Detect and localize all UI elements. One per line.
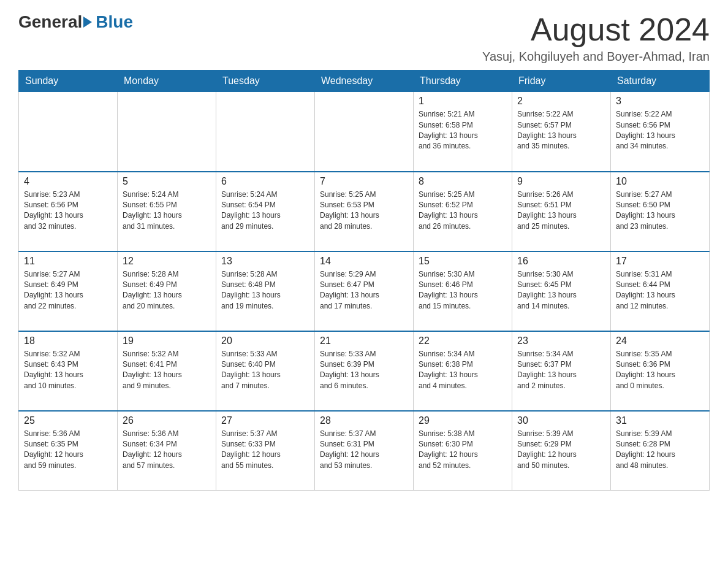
day-number: 29: [419, 415, 507, 426]
page-header: General Blue August 2024 Yasuj, Kohgiluy…: [18, 12, 710, 64]
day-info: Sunrise: 5:22 AM Sunset: 6:56 PM Dayligh…: [616, 109, 704, 152]
calendar-cell: 8Sunrise: 5:25 AM Sunset: 6:52 PM Daylig…: [414, 172, 512, 251]
day-number: 5: [123, 176, 211, 187]
calendar-cell: 6Sunrise: 5:24 AM Sunset: 6:54 PM Daylig…: [216, 172, 315, 251]
calendar-cell: 5Sunrise: 5:24 AM Sunset: 6:55 PM Daylig…: [118, 172, 216, 251]
calendar-week-row: 4Sunrise: 5:23 AM Sunset: 6:56 PM Daylig…: [19, 172, 710, 251]
column-header-tuesday: Tuesday: [216, 71, 315, 92]
day-info: Sunrise: 5:37 AM Sunset: 6:31 PM Dayligh…: [320, 429, 408, 472]
day-info: Sunrise: 5:26 AM Sunset: 6:51 PM Dayligh…: [517, 190, 605, 232]
day-info: Sunrise: 5:32 AM Sunset: 6:43 PM Dayligh…: [24, 349, 112, 392]
day-info: Sunrise: 5:27 AM Sunset: 6:49 PM Dayligh…: [24, 269, 112, 312]
calendar-week-row: 1Sunrise: 5:21 AM Sunset: 6:58 PM Daylig…: [19, 92, 710, 172]
day-info: Sunrise: 5:37 AM Sunset: 6:33 PM Dayligh…: [221, 429, 309, 472]
day-number: 4: [24, 176, 112, 187]
calendar-cell: 28Sunrise: 5:37 AM Sunset: 6:31 PM Dayli…: [315, 411, 414, 491]
day-number: 17: [616, 256, 704, 267]
day-number: 24: [616, 335, 704, 347]
calendar-cell: 29Sunrise: 5:38 AM Sunset: 6:30 PM Dayli…: [414, 411, 512, 491]
calendar-cell: 14Sunrise: 5:29 AM Sunset: 6:47 PM Dayli…: [315, 251, 414, 331]
day-number: 3: [616, 96, 704, 107]
calendar-cell: 15Sunrise: 5:30 AM Sunset: 6:46 PM Dayli…: [414, 251, 512, 331]
logo-arrow-icon: [83, 17, 92, 28]
column-header-friday: Friday: [512, 71, 611, 92]
calendar-table: SundayMondayTuesdayWednesdayThursdayFrid…: [18, 70, 710, 491]
day-info: Sunrise: 5:39 AM Sunset: 6:28 PM Dayligh…: [616, 429, 704, 472]
column-header-sunday: Sunday: [19, 71, 118, 92]
calendar-cell: 4Sunrise: 5:23 AM Sunset: 6:56 PM Daylig…: [19, 172, 118, 251]
day-number: 30: [517, 415, 605, 426]
column-header-wednesday: Wednesday: [315, 71, 414, 92]
day-info: Sunrise: 5:34 AM Sunset: 6:37 PM Dayligh…: [517, 349, 605, 392]
calendar-week-row: 18Sunrise: 5:32 AM Sunset: 6:43 PM Dayli…: [19, 331, 710, 411]
day-number: 13: [221, 256, 309, 267]
day-info: Sunrise: 5:25 AM Sunset: 6:53 PM Dayligh…: [320, 190, 408, 232]
calendar-cell: 21Sunrise: 5:33 AM Sunset: 6:39 PM Dayli…: [315, 331, 414, 411]
day-info: Sunrise: 5:39 AM Sunset: 6:29 PM Dayligh…: [517, 429, 605, 472]
column-header-monday: Monday: [118, 71, 216, 92]
day-number: 19: [123, 335, 211, 347]
day-info: Sunrise: 5:28 AM Sunset: 6:49 PM Dayligh…: [123, 269, 211, 312]
logo: General Blue: [18, 12, 133, 32]
calendar-cell: [315, 92, 414, 172]
day-info: Sunrise: 5:21 AM Sunset: 6:58 PM Dayligh…: [419, 109, 507, 152]
calendar-cell: 27Sunrise: 5:37 AM Sunset: 6:33 PM Dayli…: [216, 411, 315, 491]
day-number: 28: [320, 415, 408, 426]
day-number: 10: [616, 176, 704, 187]
day-info: Sunrise: 5:36 AM Sunset: 6:34 PM Dayligh…: [123, 429, 211, 472]
day-info: Sunrise: 5:38 AM Sunset: 6:30 PM Dayligh…: [419, 429, 507, 472]
day-number: 26: [123, 415, 211, 426]
day-number: 27: [221, 415, 309, 426]
day-number: 12: [123, 256, 211, 267]
calendar-cell: 18Sunrise: 5:32 AM Sunset: 6:43 PM Dayli…: [19, 331, 118, 411]
calendar-cell: 31Sunrise: 5:39 AM Sunset: 6:28 PM Dayli…: [611, 411, 710, 491]
day-info: Sunrise: 5:22 AM Sunset: 6:57 PM Dayligh…: [517, 109, 605, 152]
day-info: Sunrise: 5:25 AM Sunset: 6:52 PM Dayligh…: [419, 190, 507, 232]
calendar-cell: 7Sunrise: 5:25 AM Sunset: 6:53 PM Daylig…: [315, 172, 414, 251]
day-number: 22: [419, 335, 507, 347]
day-number: 21: [320, 335, 408, 347]
column-header-saturday: Saturday: [611, 71, 710, 92]
calendar-cell: [19, 92, 118, 172]
day-info: Sunrise: 5:36 AM Sunset: 6:35 PM Dayligh…: [24, 429, 112, 472]
day-number: 8: [419, 176, 507, 187]
day-info: Sunrise: 5:32 AM Sunset: 6:41 PM Dayligh…: [123, 349, 211, 392]
day-info: Sunrise: 5:27 AM Sunset: 6:50 PM Dayligh…: [616, 190, 704, 232]
day-number: 11: [24, 256, 112, 267]
day-number: 20: [221, 335, 309, 347]
day-number: 31: [616, 415, 704, 426]
day-info: Sunrise: 5:29 AM Sunset: 6:47 PM Dayligh…: [320, 269, 408, 312]
logo-general-text: General: [18, 12, 82, 32]
header-right: August 2024 Yasuj, Kohgiluyeh and Boyer-…: [482, 12, 710, 64]
calendar-cell: 22Sunrise: 5:34 AM Sunset: 6:38 PM Dayli…: [414, 331, 512, 411]
calendar-cell: 9Sunrise: 5:26 AM Sunset: 6:51 PM Daylig…: [512, 172, 611, 251]
day-info: Sunrise: 5:33 AM Sunset: 6:40 PM Dayligh…: [221, 349, 309, 392]
day-info: Sunrise: 5:30 AM Sunset: 6:45 PM Dayligh…: [517, 269, 605, 312]
day-number: 25: [24, 415, 112, 426]
day-number: 1: [419, 96, 507, 107]
day-info: Sunrise: 5:30 AM Sunset: 6:46 PM Dayligh…: [419, 269, 507, 312]
calendar-cell: 1Sunrise: 5:21 AM Sunset: 6:58 PM Daylig…: [414, 92, 512, 172]
calendar-header-row: SundayMondayTuesdayWednesdayThursdayFrid…: [19, 71, 710, 92]
calendar-cell: 17Sunrise: 5:31 AM Sunset: 6:44 PM Dayli…: [611, 251, 710, 331]
day-number: 16: [517, 256, 605, 267]
day-info: Sunrise: 5:23 AM Sunset: 6:56 PM Dayligh…: [24, 190, 112, 232]
day-number: 2: [517, 96, 605, 107]
day-number: 9: [517, 176, 605, 187]
day-number: 14: [320, 256, 408, 267]
day-number: 15: [419, 256, 507, 267]
day-info: Sunrise: 5:33 AM Sunset: 6:39 PM Dayligh…: [320, 349, 408, 392]
calendar-cell: [216, 92, 315, 172]
column-header-thursday: Thursday: [414, 71, 512, 92]
day-info: Sunrise: 5:34 AM Sunset: 6:38 PM Dayligh…: [419, 349, 507, 392]
calendar-cell: [118, 92, 216, 172]
day-info: Sunrise: 5:24 AM Sunset: 6:54 PM Dayligh…: [221, 190, 309, 232]
day-info: Sunrise: 5:24 AM Sunset: 6:55 PM Dayligh…: [123, 190, 211, 232]
calendar-cell: 12Sunrise: 5:28 AM Sunset: 6:49 PM Dayli…: [118, 251, 216, 331]
day-number: 7: [320, 176, 408, 187]
day-number: 18: [24, 335, 112, 347]
day-info: Sunrise: 5:35 AM Sunset: 6:36 PM Dayligh…: [616, 349, 704, 392]
calendar-cell: 25Sunrise: 5:36 AM Sunset: 6:35 PM Dayli…: [19, 411, 118, 491]
calendar-cell: 23Sunrise: 5:34 AM Sunset: 6:37 PM Dayli…: [512, 331, 611, 411]
calendar-cell: 19Sunrise: 5:32 AM Sunset: 6:41 PM Dayli…: [118, 331, 216, 411]
